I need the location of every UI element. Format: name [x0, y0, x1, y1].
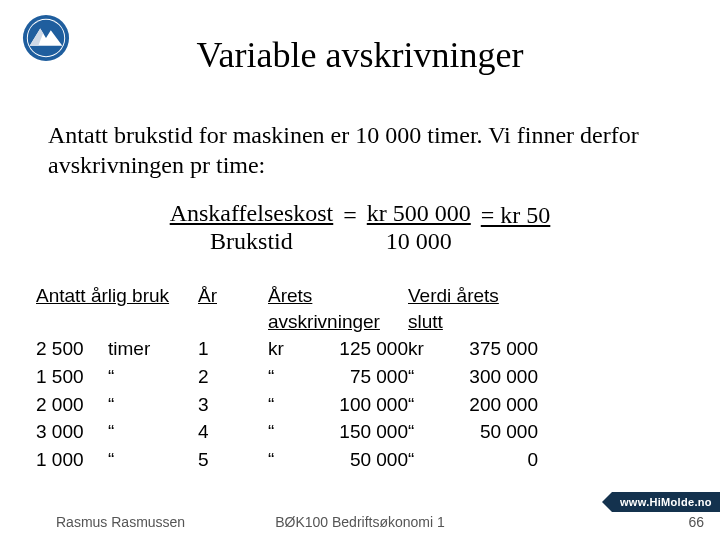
formula: Anskaffelseskost Brukstid = kr 500 000 1…	[28, 200, 692, 255]
footer-course: BØK100 Bedriftsøkonomi 1	[275, 514, 445, 530]
branding-badge: www.HiMolde.no	[612, 492, 720, 512]
table-cell: 2 500	[36, 336, 108, 362]
formula-lhs: Anskaffelseskost Brukstid	[170, 200, 334, 255]
slide: Variable avskrivninger Antatt brukstid f…	[0, 0, 720, 540]
formula-lhs-numerator: Anskaffelseskost	[170, 200, 334, 228]
col-header-usage: Antatt årlig bruk	[36, 283, 198, 334]
table-cell: 200 000	[448, 392, 538, 418]
table-cell: timer	[108, 336, 198, 362]
footer: www.HiMolde.no Rasmus Rasmussen BØK100 B…	[0, 504, 720, 530]
formula-mid-denominator: 10 000	[386, 228, 452, 256]
table-cell: 5	[198, 447, 268, 473]
formula-rhs: = kr 50	[481, 200, 551, 229]
table-cell: kr	[408, 336, 448, 362]
table-cell: “	[408, 419, 448, 445]
table-cell: “	[268, 447, 308, 473]
table-cell: “	[108, 447, 198, 473]
table-cell: 100 000	[308, 392, 408, 418]
col-header-year: År	[198, 283, 268, 334]
table-cell: “	[408, 364, 448, 390]
equals-icon: =	[343, 200, 357, 229]
table-cell: 1 500	[36, 364, 108, 390]
table-cell: 2	[198, 364, 268, 390]
table-cell: 1 000	[36, 447, 108, 473]
table-cell: 0	[448, 447, 538, 473]
table-cell: 50 000	[308, 447, 408, 473]
depreciation-table: Antatt årlig bruk År Årets avskrivninger…	[36, 283, 692, 472]
table-cell: “	[268, 419, 308, 445]
table-cell: “	[408, 392, 448, 418]
table-cell: 50 000	[448, 419, 538, 445]
table-cell: 2 000	[36, 392, 108, 418]
col-header-depr: Årets avskrivninger	[268, 283, 408, 334]
table-cell: 3	[198, 392, 268, 418]
page-title: Variable avskrivninger	[28, 34, 692, 76]
table-cell: 4	[198, 419, 268, 445]
footer-page-number: 66	[688, 514, 704, 530]
table-cell: 75 000	[308, 364, 408, 390]
table-cell: kr	[268, 336, 308, 362]
table-cell: “	[408, 447, 448, 473]
intro-text: Antatt brukstid for maskinen er 10 000 t…	[48, 120, 680, 180]
mountain-logo-icon	[22, 14, 70, 62]
table-cell: 300 000	[448, 364, 538, 390]
table-cell: “	[108, 419, 198, 445]
formula-lhs-denominator: Brukstid	[210, 228, 293, 256]
table-cell: 1	[198, 336, 268, 362]
table-cell: 150 000	[308, 419, 408, 445]
branding-text: www.HiMolde.no	[620, 496, 712, 508]
table-cell: 3 000	[36, 419, 108, 445]
footer-author: Rasmus Rasmussen	[56, 514, 185, 530]
table-cell: “	[268, 364, 308, 390]
formula-mid-numerator: kr 500 000	[367, 200, 471, 228]
table-cell: “	[108, 392, 198, 418]
table-cell: “	[108, 364, 198, 390]
col-header-endval: Verdi årets slutt	[408, 283, 538, 334]
table-cell: “	[268, 392, 308, 418]
table-cell: 125 000	[308, 336, 408, 362]
formula-mid: kr 500 000 10 000	[367, 200, 471, 255]
table-cell: 375 000	[448, 336, 538, 362]
